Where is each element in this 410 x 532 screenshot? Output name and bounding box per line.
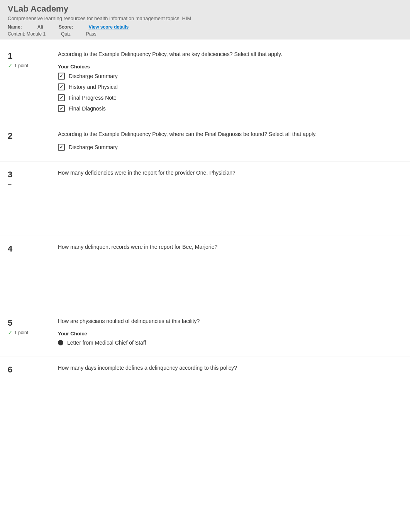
question-text-3: How many deficiencies were in the report… (58, 169, 402, 177)
score-label: Score: (59, 24, 73, 30)
question-text-2: According to the Example Delinquency Pol… (58, 130, 402, 138)
choice-list-5: Letter from Medical Chief of Staff (58, 340, 402, 346)
main-content: 1✓1 pointAccording to the Example Delinq… (0, 39, 410, 435)
question-number-1: 1 (8, 51, 12, 61)
choice-list-2: Discharge Summary (58, 144, 402, 151)
question-number-2: 2 (8, 131, 12, 141)
choice-text-5-0: Letter from Medical Chief of Staff (67, 340, 146, 346)
question-number-col-1: 1✓1 point (8, 50, 58, 116)
page-header: VLab Academy Comprehensive learning reso… (0, 0, 410, 39)
checkmark-icon-1: ✓ (8, 62, 13, 69)
question-number-col-5: 5✓1 point (8, 317, 58, 350)
question-block-2: 2According to the Example Delinquency Po… (0, 123, 410, 162)
choice-item-1-1: History and Physical (58, 83, 402, 90)
question-number-col-2: 2 (8, 130, 58, 155)
choice-text-1-0: Discharge Summary (69, 73, 118, 79)
question-block-6: 6How many days incomplete defines a deli… (0, 357, 410, 431)
name-label: Name: (8, 24, 22, 30)
quiz-status: Pass (86, 31, 97, 37)
checkbox-icon-1-1[interactable] (58, 83, 65, 90)
choice-item-2-0: Discharge Summary (58, 144, 402, 151)
checkbox-icon-2-0[interactable] (58, 144, 65, 151)
question-block-3: 3–How many deficiencies were in the repo… (0, 162, 410, 236)
question-number-4: 4 (8, 244, 12, 254)
choices-label-5: Your Choice (58, 331, 402, 337)
checkbox-icon-1-3[interactable] (58, 105, 65, 112)
name-value: Ali (37, 24, 43, 30)
answer-area-4 (58, 257, 402, 303)
question-body-6: How many days incomplete defines a delin… (58, 364, 402, 424)
question-number-6: 6 (8, 365, 12, 375)
quiz-label: Quiz (61, 31, 71, 37)
radio-icon-5-0[interactable] (58, 340, 63, 345)
question-text-5: How are physicians notified of delinquen… (58, 317, 402, 325)
choice-text-1-2: Final Progress Note (69, 95, 117, 101)
content-label: Content: Module 1 (8, 31, 46, 37)
answer-area-6 (58, 377, 402, 424)
question-number-col-4: 4 (8, 243, 58, 303)
choice-text-1-1: History and Physical (69, 84, 118, 90)
choice-item-1-2: Final Progress Note (58, 94, 402, 101)
app-subtitle: Comprehensive learning resources for hea… (8, 15, 402, 21)
question-number-3: 3 (8, 170, 12, 180)
question-score-1: ✓1 point (8, 62, 28, 69)
question-number-col-3: 3– (8, 169, 58, 229)
checkbox-icon-1-0[interactable] (58, 73, 65, 80)
question-body-2: According to the Example Delinquency Pol… (58, 130, 402, 155)
app-title: VLab Academy (8, 4, 402, 14)
question-text-4: How many delinquent records were in the … (58, 243, 402, 251)
choice-text-2-0: Discharge Summary (69, 144, 118, 150)
choice-text-1-3: Final Diagnosis (69, 105, 106, 112)
checkmark-icon-5: ✓ (8, 329, 13, 336)
score-value[interactable]: View score details (88, 24, 129, 30)
question-number-5: 5 (8, 318, 12, 328)
answer-area-3 (58, 182, 402, 229)
question-text-1: According to the Example Delinquency Pol… (58, 50, 402, 58)
header-meta-row2: Content: Module 1 Quiz Pass (8, 31, 402, 37)
question-body-4: How many delinquent records were in the … (58, 243, 402, 303)
score-text-5: 1 point (14, 330, 28, 335)
question-block-1: 1✓1 pointAccording to the Example Delinq… (0, 43, 410, 123)
choice-item-1-0: Discharge Summary (58, 73, 402, 80)
question-body-1: According to the Example Delinquency Pol… (58, 50, 402, 116)
choices-label-1: Your Choices (58, 64, 402, 70)
question-score-5: ✓1 point (8, 329, 28, 336)
question-number-col-6: 6 (8, 364, 58, 424)
question-block-5: 5✓1 pointHow are physicians notified of … (0, 310, 410, 357)
checkbox-icon-1-2[interactable] (58, 94, 65, 101)
question-block-4: 4How many delinquent records were in the… (0, 236, 410, 310)
question-body-5: How are physicians notified of delinquen… (58, 317, 402, 350)
choice-item-5-0: Letter from Medical Chief of Staff (58, 340, 402, 346)
choice-list-1: Discharge SummaryHistory and PhysicalFin… (58, 73, 402, 112)
score-text-1: 1 point (14, 63, 28, 68)
header-meta-row1: Name: Ali Score: View score details (8, 24, 402, 30)
question-text-6: How many days incomplete defines a delin… (58, 364, 402, 372)
dash-mark-3: – (8, 180, 12, 189)
choice-item-1-3: Final Diagnosis (58, 105, 402, 112)
question-body-3: How many deficiencies were in the report… (58, 169, 402, 229)
